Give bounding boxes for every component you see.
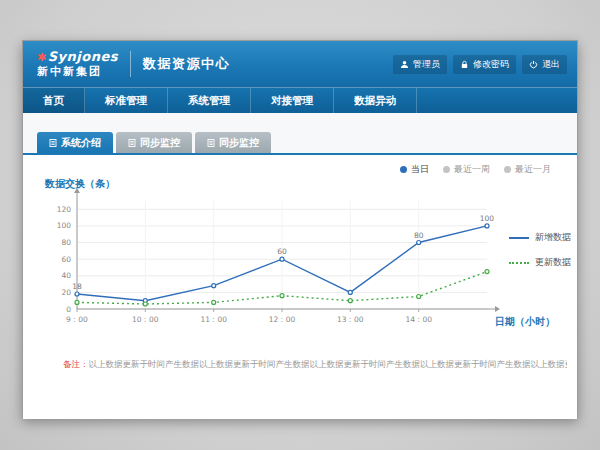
svg-text:120: 120 [57, 205, 72, 214]
line-chart: 0204060801001209：0010：0011：0012：0013：001… [41, 185, 503, 335]
legend-update-data[interactable]: 更新数据 [509, 256, 571, 269]
svg-text:18: 18 [72, 282, 82, 291]
svg-text:10：00: 10：00 [132, 315, 159, 324]
footnote-label: 备注： [63, 359, 89, 369]
document-icon [128, 139, 136, 147]
main-nav: 首页 标准管理 系统管理 对接管理 数据异动 [23, 87, 577, 113]
filter-today-label: 当日 [411, 163, 429, 176]
nav-item-data-change[interactable]: 数据异动 [334, 88, 417, 113]
logo-mark-icon: ✱ [37, 51, 47, 64]
change-password-label: 修改密码 [473, 58, 509, 71]
legend-update-data-label: 更新数据 [535, 256, 571, 269]
dot-icon [443, 166, 450, 173]
dot-icon [400, 166, 407, 173]
legend-new-data[interactable]: 新增数据 [509, 231, 571, 244]
tab-system-intro[interactable]: 系统介绍 [37, 132, 113, 153]
admin-button-label: 管理员 [413, 58, 440, 71]
nav-item-standard-mgmt[interactable]: 标准管理 [85, 88, 168, 113]
change-password-button[interactable]: 修改密码 [453, 55, 516, 74]
svg-text:13：00: 13：00 [337, 315, 364, 324]
logout-button[interactable]: 退出 [522, 55, 567, 74]
legend-new-data-label: 新增数据 [535, 231, 571, 244]
svg-text:20: 20 [61, 288, 71, 297]
logout-label: 退出 [542, 58, 560, 71]
tab-sync-monitor-1-label: 同步监控 [140, 136, 180, 150]
svg-text:0: 0 [66, 305, 71, 314]
svg-text:60: 60 [277, 247, 287, 256]
svg-text:11：00: 11：00 [200, 315, 227, 324]
svg-text:12：00: 12：00 [269, 315, 296, 324]
tab-system-intro-label: 系统介绍 [61, 136, 101, 150]
brand-text: Synjones [48, 49, 118, 64]
app-header: ✱Synjones 新中新集团 数据资源中心 管理员 修改密码 退出 [23, 41, 577, 87]
logo: ✱Synjones 新中新集团 [37, 50, 118, 79]
footnote: 备注：以上数据更新于时间产生数据以上数据更新于时间产生数据以上数据更新于时间产生… [63, 359, 567, 371]
nav-item-system-mgmt[interactable]: 系统管理 [168, 88, 251, 113]
user-icon [400, 60, 409, 69]
svg-text:9：00: 9：00 [66, 315, 88, 324]
tab-sync-monitor-2[interactable]: 同步监控 [195, 132, 271, 153]
header-divider [130, 51, 131, 77]
footnote-text: 以上数据更新于时间产生数据以上数据更新于时间产生数据以上数据更新于时间产生数据以… [89, 359, 568, 369]
app-window: ✱Synjones 新中新集团 数据资源中心 管理员 修改密码 退出 [22, 40, 578, 418]
lock-icon [460, 60, 469, 69]
tab-strip: 系统介绍 同步监控 同步监控 [23, 113, 577, 153]
svg-text:100: 100 [57, 221, 72, 230]
document-icon [49, 139, 57, 147]
filter-last-week-label: 最近一周 [454, 163, 490, 176]
range-filter-legend: 当日 最近一周 最近一月 [400, 163, 551, 176]
solid-line-icon [509, 237, 529, 239]
header-actions: 管理员 修改密码 退出 [393, 55, 567, 74]
admin-button[interactable]: 管理员 [393, 55, 447, 74]
chart-x-axis-title: 日期（小时） [495, 315, 555, 329]
filter-today[interactable]: 当日 [400, 163, 429, 176]
content-panel: 当日 最近一周 最近一月 数据交换（条） 0204060801001209：00… [23, 155, 577, 419]
svg-text:60: 60 [61, 255, 71, 264]
dotted-line-icon [509, 262, 529, 264]
power-icon [529, 60, 538, 69]
svg-text:80: 80 [414, 231, 424, 240]
svg-text:100: 100 [480, 214, 495, 223]
svg-text:14：00: 14：00 [405, 315, 432, 324]
filter-last-month-label: 最近一月 [515, 163, 551, 176]
filter-last-month[interactable]: 最近一月 [504, 163, 551, 176]
svg-text:80: 80 [61, 238, 71, 247]
series-legend: 新增数据 更新数据 [509, 231, 571, 281]
dot-icon [504, 166, 511, 173]
tab-sync-monitor-2-label: 同步监控 [219, 136, 259, 150]
nav-item-connect-mgmt[interactable]: 对接管理 [251, 88, 334, 113]
page-title: 数据资源中心 [143, 55, 230, 73]
svg-text:40: 40 [61, 271, 71, 280]
tab-sync-monitor-1[interactable]: 同步监控 [116, 132, 192, 153]
company-name: 新中新集团 [37, 65, 118, 79]
document-icon [207, 139, 215, 147]
filter-last-week[interactable]: 最近一周 [443, 163, 490, 176]
brand-name: ✱Synjones [37, 50, 118, 65]
nav-item-home[interactable]: 首页 [23, 88, 85, 113]
